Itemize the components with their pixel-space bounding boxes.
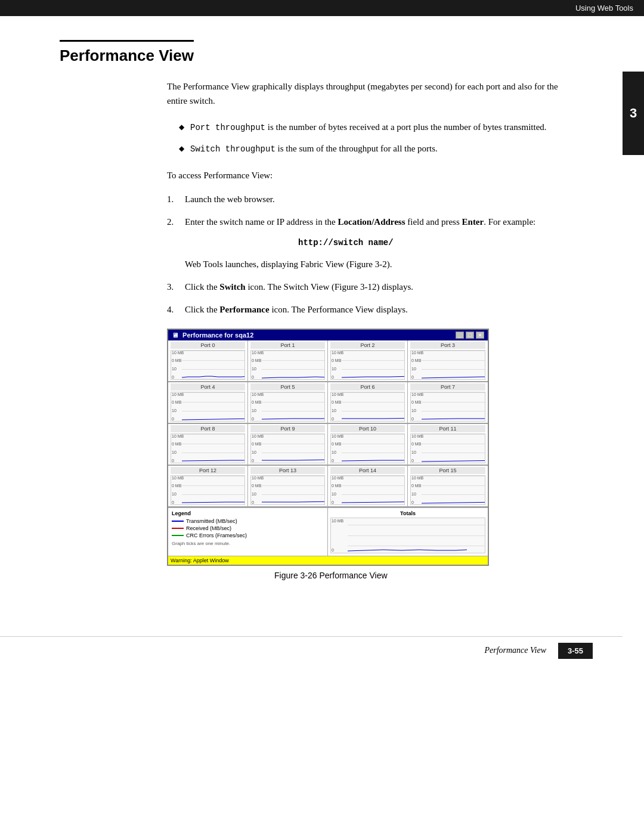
bullet-diamond-1: ◆ <box>179 122 184 133</box>
port-1-graph: 10 MB 0 MB 10 0 <box>250 350 325 380</box>
port-13-cell: Port 13 10 MB0 MB100 <box>248 466 328 507</box>
legend-line-transmitted <box>172 521 184 522</box>
bullet-code-2: Switch throughput <box>190 144 275 154</box>
numbered-steps: 1. Launch the web browser. 2. Enter the … <box>167 192 575 317</box>
step-4-text: Click the Performance icon. The Performa… <box>185 302 408 317</box>
legend-label-received: Received (MB/sec) <box>186 525 231 531</box>
port-9-cell: Port 9 10 MB0 MB100 <box>248 424 328 465</box>
port-15-cell: Port 15 10 MB0 MB100 <box>408 466 488 507</box>
step-1-text: Launch the web browser. <box>185 192 275 206</box>
to-access-label: To access Performance View: <box>167 168 575 182</box>
port-2-cell: Port 2 10 MB 0 MB 10 0 <box>328 340 408 382</box>
legend-cell: Legend Transmitted (MB/sec) Received (MB… <box>168 508 328 556</box>
legend-label-crc: CRC Errors (Frames/sec) <box>186 532 247 538</box>
legend-title: Legend <box>172 510 324 516</box>
bullet-item-1: ◆ Port throughput is the number of bytes… <box>179 120 575 134</box>
port-12-cell: Port 12 10 MB0 MB100 <box>168 466 248 507</box>
figure-container: 🖥 Performance for sqa12 _ □ × Port 0 <box>167 329 563 580</box>
port-3-svg <box>422 351 485 379</box>
window-content: Port 0 10 MB 0 MB 10 0 <box>168 340 488 565</box>
port-3-label: Port 3 <box>410 342 485 349</box>
step-4: 4. Click the Performance icon. The Perfo… <box>167 302 575 317</box>
ports-row-1: Port 4 10 MB0 MB100 Port 5 10 MB0 MB100 <box>168 382 488 424</box>
step-1-num: 1. <box>167 192 185 206</box>
totals-graph: 10 MB 0 <box>330 518 485 553</box>
legend-totals-section: Legend Transmitted (MB/sec) Received (MB… <box>168 507 488 556</box>
port-3-cell: Port 3 10 MB 0 MB 10 0 <box>408 340 488 382</box>
footer-italic-text: Performance View <box>60 646 558 655</box>
step-3-num: 3. <box>167 280 185 294</box>
bullet-list: ◆ Port throughput is the number of bytes… <box>179 120 575 156</box>
close-button[interactable]: × <box>476 332 484 339</box>
port-10-cell: Port 10 10 MB0 MB100 <box>328 424 408 465</box>
intro-paragraph: The Performance View graphically display… <box>167 79 575 108</box>
web-tools-text: Web Tools launches, displaying Fabric Vi… <box>185 257 575 271</box>
port-14-cell: Port 14 10 MB0 MB100 <box>328 466 408 507</box>
totals-cell: Totals 10 MB 0 <box>328 508 488 556</box>
legend-item-transmitted: Transmitted (MB/sec) <box>172 518 324 524</box>
port-1-cell: Port 1 10 MB 0 MB 10 0 <box>248 340 328 382</box>
port-8-cell: Port 8 10 MB0 MB100 <box>168 424 248 465</box>
legend-line-crc <box>172 535 184 536</box>
legend-line-received <box>172 528 184 529</box>
port-4-cell: Port 4 10 MB0 MB100 <box>168 382 248 423</box>
port-0-cell: Port 0 10 MB 0 MB 10 0 <box>168 340 248 382</box>
totals-label: Totals <box>330 510 485 516</box>
port-1-label: Port 1 <box>250 342 325 349</box>
bullet-text-1: Port throughput is the number of bytes r… <box>190 120 547 134</box>
step-4-num: 4. <box>167 302 185 317</box>
figure-caption: Figure 3-26 Performance View <box>274 571 563 580</box>
ports-row-0: Port 0 10 MB 0 MB 10 0 <box>168 340 488 382</box>
port-0-svg <box>182 351 245 379</box>
port-3-graph: 10 MB 0 MB 10 0 <box>410 350 485 380</box>
port-2-svg <box>342 351 405 379</box>
bullet-diamond-2: ◆ <box>179 143 184 154</box>
bullet-code-1: Port throughput <box>190 123 265 132</box>
maximize-button[interactable]: □ <box>466 332 474 339</box>
ports-row-2: Port 8 10 MB0 MB100 Port 9 10 MB0 MB100 <box>168 424 488 466</box>
warning-bar: Warning: Applet Window <box>168 556 488 565</box>
port-11-cell: Port 11 10 MB0 MB100 <box>408 424 488 465</box>
step-3-text: Click the Switch icon. The Switch View (… <box>185 280 413 294</box>
page-content: Performance View The Performance View gr… <box>0 16 623 612</box>
legend-label-transmitted: Transmitted (MB/sec) <box>186 518 237 524</box>
step-1: 1. Launch the web browser. <box>167 192 575 206</box>
bullet-text-2: Switch throughput is the sum of the thro… <box>190 141 438 156</box>
bullet-item-2: ◆ Switch throughput is the sum of the th… <box>179 141 575 156</box>
legend-item-crc: CRC Errors (Frames/sec) <box>172 532 324 538</box>
legend-item-received: Received (MB/sec) <box>172 525 324 531</box>
window-controls[interactable]: _ □ × <box>456 332 484 339</box>
port-2-graph: 10 MB 0 MB 10 0 <box>330 350 405 380</box>
example-url: http://switch name/ <box>298 238 394 247</box>
chapter-tab: 3 <box>623 72 644 155</box>
step-2-text: Enter the switch name or IP address in t… <box>185 215 535 229</box>
port-0-label: Port 0 <box>171 342 245 349</box>
port-7-cell: Port 7 10 MB0 MB100 <box>408 382 488 423</box>
port-5-cell: Port 5 10 MB0 MB100 <box>248 382 328 423</box>
minimize-button[interactable]: _ <box>456 332 464 339</box>
section-title-header: Using Web Tools <box>575 4 633 13</box>
step-3: 3. Click the Switch icon. The Switch Vie… <box>167 280 575 294</box>
ports-row-3: Port 12 10 MB0 MB100 Port 13 10 MB0 MB10… <box>168 466 488 507</box>
example-url-block: http://switch name/ <box>298 237 575 247</box>
port-0-graph: 10 MB 0 MB 10 0 <box>171 350 245 380</box>
page-title: Performance View <box>60 40 194 65</box>
step-2: 2. Enter the switch name or IP address i… <box>167 215 575 229</box>
page-number-badge: 3-55 <box>558 643 593 659</box>
page-footer: Performance View 3-55 <box>0 636 623 665</box>
page-header: Using Web Tools <box>0 0 644 16</box>
step-2-num: 2. <box>167 215 185 229</box>
port-1-svg <box>262 351 325 379</box>
window-title: 🖥 Performance for sqa12 <box>172 332 253 339</box>
window-titlebar: 🖥 Performance for sqa12 _ □ × <box>168 330 488 340</box>
figure-window: 🖥 Performance for sqa12 _ □ × Port 0 <box>167 329 489 566</box>
port-6-cell: Port 6 10 MB0 MB100 <box>328 382 408 423</box>
legend-note: Graph ticks are one minute. <box>172 541 324 546</box>
port-2-label: Port 2 <box>330 342 405 349</box>
